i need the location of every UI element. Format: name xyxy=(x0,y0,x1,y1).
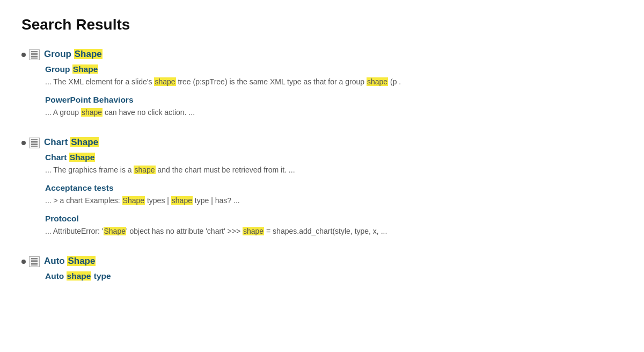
sub-results-auto-shape: Auto shape type xyxy=(45,271,111,281)
link-prefix: Group xyxy=(44,49,74,59)
link-highlight: Shape xyxy=(74,49,103,59)
excerpt-group-shape-main: ... The XML element for a slide's shape … xyxy=(45,76,401,88)
sub-title-auto-shape-type[interactable]: Auto shape type xyxy=(45,271,111,281)
page-doc-icon xyxy=(29,138,40,148)
excerpt-highlight: shape xyxy=(243,227,264,235)
sub-title-highlight: shape xyxy=(67,271,92,281)
sub-title-prefix: Acceptance tests xyxy=(45,183,114,192)
result-item-chart-shape: Chart ShapeChart Shape... The graphics f… xyxy=(21,137,623,245)
excerpt-protocol: ... AttributeError: 'Shape' object has n… xyxy=(45,226,387,237)
sub-title-prefix: Auto xyxy=(45,271,67,281)
sub-title-suffix: type xyxy=(91,271,111,281)
sub-title-prefix: Chart xyxy=(45,153,69,162)
excerpt-acceptance-tests: ... > a chart Examples: Shape types | sh… xyxy=(45,195,387,206)
sub-title-highlight: Shape xyxy=(69,153,96,162)
sub-title-powerpoint-behaviors[interactable]: PowerPoint Behaviors xyxy=(45,95,401,105)
sub-item-acceptance-tests: Acceptance tests... > a chart Examples: … xyxy=(45,183,387,206)
sub-results-group-shape: Group Shape... The XML element for a sli… xyxy=(45,64,401,118)
bullet-dot xyxy=(21,260,26,264)
bullet-dot xyxy=(21,53,26,57)
excerpt-highlight: shape xyxy=(134,166,155,174)
excerpt-highlight: Shape xyxy=(104,227,126,235)
sub-item-protocol: Protocol... AttributeError: 'Shape' obje… xyxy=(45,214,387,237)
sub-title-chart-shape-main[interactable]: Chart Shape xyxy=(45,153,387,162)
sub-item-powerpoint-behaviors: PowerPoint Behaviors... A group shape ca… xyxy=(45,95,401,118)
link-highlight: Shape xyxy=(67,256,96,266)
sub-title-group-shape-main[interactable]: Group Shape xyxy=(45,64,401,74)
excerpt-highlight: Shape xyxy=(122,196,145,205)
link-highlight: Shape xyxy=(70,137,99,147)
page-title: Search Results xyxy=(21,16,623,33)
excerpt-highlight: shape xyxy=(154,77,175,86)
excerpt-powerpoint-behaviors: ... A group shape can have no click acti… xyxy=(45,107,401,118)
sub-title-prefix: PowerPoint Behaviors xyxy=(45,95,134,104)
sub-title-acceptance-tests[interactable]: Acceptance tests xyxy=(45,183,387,193)
bullet-dot xyxy=(21,141,26,145)
sub-title-prefix: Group xyxy=(45,64,72,74)
sub-title-highlight: Shape xyxy=(72,64,99,74)
sub-title-prefix: Protocol xyxy=(45,214,79,223)
top-link-row-auto-shape: Auto Shape xyxy=(29,255,111,267)
top-link-row-chart-shape: Chart Shape xyxy=(29,137,387,148)
top-link-row-group-shape: Group Shape xyxy=(29,48,401,60)
excerpt-highlight: shape xyxy=(171,196,193,205)
result-content-chart-shape: Chart ShapeChart Shape... The graphics f… xyxy=(29,137,387,245)
sub-item-group-shape-main: Group Shape... The XML element for a sli… xyxy=(45,64,401,88)
results-list: Group ShapeGroup Shape... The XML elemen… xyxy=(21,48,623,289)
sub-title-protocol[interactable]: Protocol xyxy=(45,214,387,224)
excerpt-highlight: shape xyxy=(367,77,388,86)
excerpt-chart-shape-main: ... The graphics frame is a shape and th… xyxy=(45,164,387,176)
link-prefix: Auto xyxy=(44,256,67,266)
result-content-auto-shape: Auto ShapeAuto shape type xyxy=(29,255,111,289)
excerpt-highlight: shape xyxy=(81,108,103,117)
result-content-group-shape: Group ShapeGroup Shape... The XML elemen… xyxy=(29,48,401,126)
result-item-auto-shape: Auto ShapeAuto shape type xyxy=(21,255,623,289)
sub-results-chart-shape: Chart Shape... The graphics frame is a s… xyxy=(45,153,387,237)
top-link-group-shape[interactable]: Group Shape xyxy=(44,49,103,60)
sub-item-auto-shape-type: Auto shape type xyxy=(45,271,111,281)
top-link-auto-shape[interactable]: Auto Shape xyxy=(44,256,96,267)
link-prefix: Chart xyxy=(44,137,70,147)
result-item-group-shape: Group ShapeGroup Shape... The XML elemen… xyxy=(21,48,623,126)
page-doc-icon xyxy=(29,49,40,60)
top-link-chart-shape[interactable]: Chart Shape xyxy=(44,137,99,148)
sub-item-chart-shape-main: Chart Shape... The graphics frame is a s… xyxy=(45,153,387,176)
page-doc-icon xyxy=(29,256,40,267)
